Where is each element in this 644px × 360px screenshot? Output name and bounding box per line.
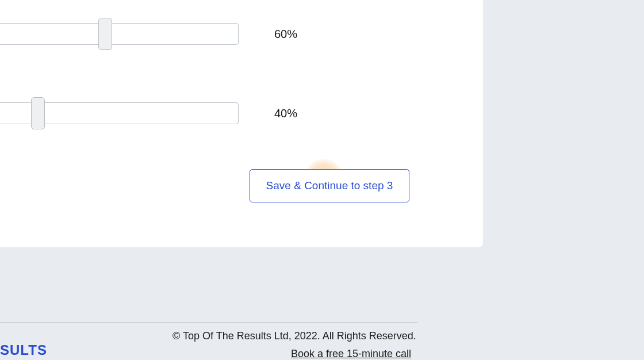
form-card: 60% 40% Save & Continue to step 3 bbox=[0, 0, 483, 247]
slider-1-thumb[interactable] bbox=[98, 18, 112, 50]
save-continue-button[interactable]: Save & Continue to step 3 bbox=[250, 169, 409, 202]
slider-row-1: 60% bbox=[0, 23, 297, 45]
logo-fragment: SULTS bbox=[0, 342, 47, 358]
slider-2[interactable] bbox=[0, 102, 239, 124]
copyright-text: © Top Of The Results Ltd, 2022. All Righ… bbox=[172, 330, 416, 342]
slider-1[interactable] bbox=[0, 23, 239, 45]
slider-1-value: 60% bbox=[274, 28, 297, 41]
slider-2-value: 40% bbox=[274, 107, 297, 120]
slider-row-2: 40% bbox=[0, 102, 297, 124]
footer-divider bbox=[0, 322, 417, 323]
book-call-link[interactable]: Book a free 15-minute call bbox=[291, 348, 411, 360]
slider-2-thumb[interactable] bbox=[31, 97, 45, 129]
